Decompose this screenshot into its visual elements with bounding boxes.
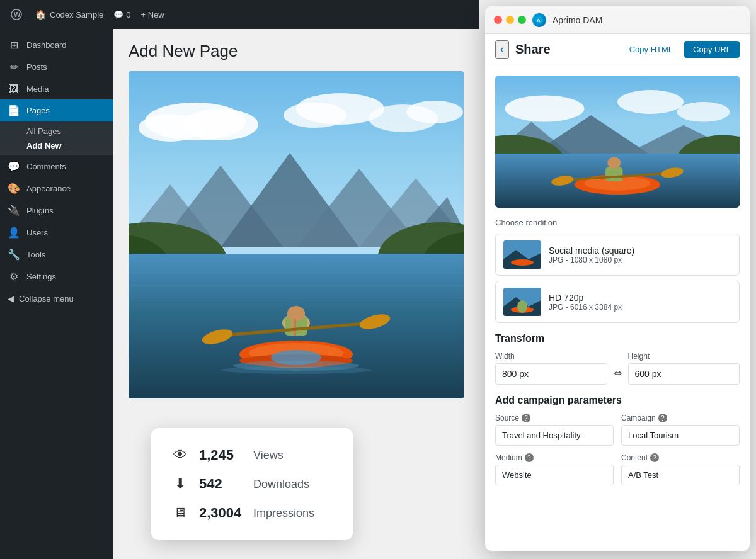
height-group: Height — [628, 352, 740, 385]
impressions-icon: 🖥 — [171, 505, 189, 521]
wp-body: ⊞ Dashboard ✏ Posts 🖼 Media 📄 Pages All … — [0, 29, 479, 559]
width-label: Width — [495, 352, 607, 361]
views-stat: 👁 1,245 Views — [171, 441, 333, 470]
preview-image — [495, 76, 740, 208]
content-field: Content ? — [621, 453, 740, 485]
sidebar-label-posts: Posts — [26, 62, 47, 72]
comments-icon: 💬 — [8, 161, 20, 172]
sidebar-label-settings: Settings — [26, 272, 56, 281]
svg-point-43 — [677, 102, 730, 122]
svg-rect-52 — [605, 167, 622, 181]
medium-input[interactable] — [495, 465, 614, 485]
sidebar-label-appearance: Appearance — [26, 184, 71, 193]
users-icon: 👤 — [8, 227, 20, 239]
wp-logo: W — [8, 6, 25, 23]
minimize-button[interactable] — [506, 16, 514, 24]
campaign-field: Campaign ? — [621, 414, 740, 446]
aprimo-logo: A — [532, 13, 546, 27]
svg-point-59 — [511, 259, 534, 266]
content-input[interactable] — [621, 465, 740, 485]
topbar-comments[interactable]: 💬 0 — [113, 10, 130, 20]
svg-point-9 — [406, 101, 463, 123]
svg-point-5 — [183, 109, 258, 140]
svg-point-42 — [617, 90, 684, 114]
collapse-menu[interactable]: ◀ Collapse menu — [0, 288, 113, 310]
sidebar-label-users: Users — [26, 228, 48, 237]
sidebar-item-users[interactable]: 👤 Users — [0, 222, 113, 244]
sidebar-sub-add-new[interactable]: Add New — [26, 138, 113, 153]
dashboard-icon: ⊞ — [8, 39, 20, 51]
views-label: Views — [253, 449, 284, 462]
maximize-button[interactable] — [518, 16, 526, 24]
rendition-item-square[interactable]: Social media (square) JPG - 1080 x 1080 … — [495, 234, 740, 276]
sidebar-item-posts[interactable]: ✏ Posts — [0, 56, 113, 78]
campaign-input[interactable] — [621, 425, 740, 446]
downloads-count: 542 — [199, 476, 243, 492]
impressions-count: 2,3004 — [199, 505, 243, 521]
sidebar-label-dashboard: Dashboard — [26, 40, 67, 50]
rendition-item-hd[interactable]: HD 720p JPG - 6016 x 3384 px — [495, 281, 740, 323]
campaign-section: Add campaign parameters Source ? Campaig… — [495, 395, 740, 485]
sidebar-item-appearance[interactable]: 🎨 Appearance — [0, 178, 113, 200]
svg-rect-32 — [294, 319, 296, 336]
hero-image — [129, 71, 464, 398]
sidebar-item-tools[interactable]: 🔧 Tools — [0, 244, 113, 266]
stats-card: 👁 1,245 Views ⬇ 542 Downloads 🖥 2,3004 I… — [151, 428, 353, 540]
svg-text:A: A — [537, 18, 541, 23]
svg-point-37 — [220, 366, 372, 374]
sidebar-item-pages[interactable]: 📄 Pages — [0, 99, 113, 121]
comment-icon: 💬 — [113, 10, 123, 20]
sidebar-sub-pages: All Pages Add New — [0, 121, 113, 155]
rendition-meta-square: JPG - 1080 x 1080 px — [549, 256, 634, 264]
copy-url-button[interactable]: Copy URL — [684, 41, 740, 58]
transform-section: Transform Width ⇔ Height — [495, 333, 740, 385]
collapse-label: Collapse menu — [19, 294, 74, 303]
wp-sidebar: ⊞ Dashboard ✏ Posts 🖼 Media 📄 Pages All … — [0, 29, 113, 559]
rendition-meta-hd: JPG - 6016 x 3384 px — [549, 303, 622, 312]
wordpress-admin: W 🏠 Codex Sample 💬 0 + New ⊞ Dashboard ✏… — [0, 0, 479, 559]
height-input[interactable] — [628, 363, 740, 385]
topbar-new[interactable]: + New — [141, 10, 164, 20]
aprimo-share-header: ‹ Share Copy HTML Copy URL — [485, 34, 750, 65]
svg-point-53 — [607, 157, 621, 169]
rendition-thumb-square — [503, 240, 541, 269]
sidebar-label-media: Media — [26, 84, 49, 94]
site-name: Codex Sample — [50, 10, 103, 20]
aprimo-app-title: Aprimo DAM — [553, 15, 741, 25]
copy-html-button[interactable]: Copy HTML — [624, 42, 678, 57]
close-button[interactable] — [494, 16, 502, 24]
sidebar-item-settings[interactable]: ⚙ Settings — [0, 266, 113, 288]
width-input[interactable] — [495, 363, 607, 385]
impressions-label: Impressions — [253, 507, 314, 520]
sidebar-item-plugins[interactable]: 🔌 Plugins — [0, 200, 113, 222]
hero-bg — [129, 71, 464, 398]
aprimo-titlebar: A Aprimo DAM — [485, 6, 750, 34]
aprimo-body: Choose rendition Social media (square) J… — [485, 65, 750, 551]
transform-row: Width ⇔ Height — [495, 352, 740, 385]
plugins-icon: 🔌 — [8, 205, 20, 217]
source-input[interactable] — [495, 425, 614, 446]
sidebar-item-media[interactable]: 🖼 Media — [0, 78, 113, 99]
content-label: Content ? — [621, 453, 740, 462]
comments-count: 0 — [126, 10, 130, 20]
campaign-help-icon: ? — [658, 414, 667, 422]
rendition-name-square: Social media (square) — [549, 246, 634, 256]
downloads-label: Downloads — [253, 478, 309, 491]
views-count: 1,245 — [199, 447, 243, 463]
topbar-site[interactable]: 🏠 Codex Sample — [35, 9, 103, 20]
svg-point-30 — [287, 306, 305, 321]
campaign-title: Add campaign parameters — [495, 395, 740, 406]
sidebar-label-comments: Comments — [26, 162, 66, 171]
pages-icon: 📄 — [8, 104, 20, 116]
source-field: Source ? — [495, 414, 614, 446]
rendition-info-hd: HD 720p JPG - 6016 x 3384 px — [549, 293, 622, 312]
sidebar-item-comments[interactable]: 💬 Comments — [0, 155, 113, 178]
media-icon: 🖼 — [8, 83, 20, 94]
sidebar-item-dashboard[interactable]: ⊞ Dashboard — [0, 34, 113, 56]
sidebar-sub-all-pages[interactable]: All Pages — [26, 124, 113, 138]
back-button[interactable]: ‹ — [495, 40, 509, 59]
house-icon: 🏠 — [35, 9, 46, 20]
wp-topbar: W 🏠 Codex Sample 💬 0 + New — [0, 0, 479, 29]
collapse-icon: ◀ — [8, 294, 14, 303]
source-label: Source ? — [495, 414, 614, 422]
